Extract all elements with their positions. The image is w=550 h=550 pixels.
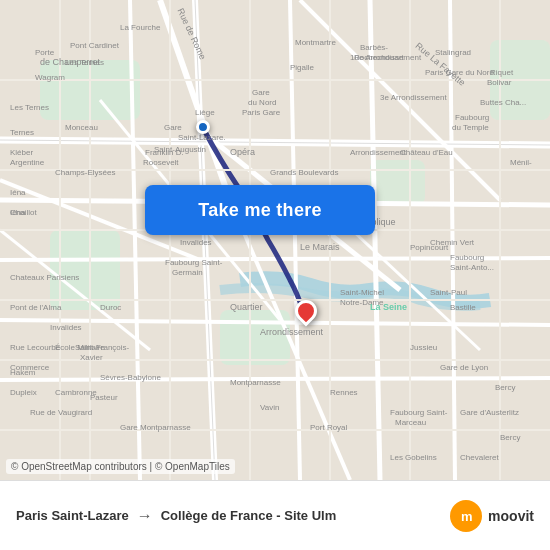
svg-text:Ternes: Ternes [10, 128, 34, 137]
svg-text:Quartier: Quartier [230, 302, 263, 312]
svg-text:du Nord: du Nord [248, 98, 276, 107]
take-me-there-button[interactable]: Take me there [145, 185, 375, 235]
svg-text:Monceau: Monceau [65, 123, 98, 132]
svg-text:Saint-Paul: Saint-Paul [430, 288, 467, 297]
svg-text:Cambronne: Cambronne [55, 388, 97, 397]
svg-text:Pigalle: Pigalle [290, 63, 315, 72]
svg-text:Gare: Gare [252, 88, 270, 97]
svg-text:Bercy: Bercy [495, 383, 515, 392]
svg-text:Arrondissement: Arrondissement [260, 327, 324, 337]
svg-text:Xavier: Xavier [80, 353, 103, 362]
destination-dot [290, 295, 321, 326]
svg-text:Duroc: Duroc [100, 303, 121, 312]
svg-text:Bercy: Bercy [500, 433, 520, 442]
footer: Paris Saint-Lazare → Collège de France -… [0, 480, 550, 550]
route-line: Paris Saint-Lazare → Collège de France -… [16, 507, 336, 525]
svg-text:Hakem: Hakem [10, 368, 36, 377]
svg-text:Château d'Eau: Château d'Eau [400, 148, 453, 157]
svg-text:Barbès-: Barbès- [360, 43, 388, 52]
take-me-there-label: Take me there [198, 200, 322, 221]
svg-text:Faubourg Saint-: Faubourg Saint- [390, 408, 448, 417]
moovit-icon: m [450, 500, 482, 532]
svg-rect-4 [370, 160, 425, 205]
destination-marker [295, 300, 317, 322]
map-container: Rue de Rome Rue La Fayette Opéra Grands … [0, 0, 550, 480]
svg-text:Arrondissement: Arrondissement [350, 148, 407, 157]
svg-text:Sèvres-Babylone: Sèvres-Babylone [100, 373, 161, 382]
svg-text:Gare de Lyon: Gare de Lyon [440, 363, 488, 372]
svg-text:Faubourg: Faubourg [450, 253, 484, 262]
svg-text:Gare Montparnasse: Gare Montparnasse [120, 423, 191, 432]
svg-text:m: m [461, 509, 473, 524]
svg-text:Rennes: Rennes [330, 388, 358, 397]
svg-text:Les Ternes: Les Ternes [10, 103, 49, 112]
svg-text:Pont Cardinet: Pont Cardinet [70, 41, 120, 50]
footer-route: Paris Saint-Lazare → Collège de France -… [16, 507, 336, 525]
svg-text:Germain: Germain [172, 268, 203, 277]
svg-text:Gare d'Austerlitz: Gare d'Austerlitz [460, 408, 519, 417]
svg-text:Porte: Porte [35, 48, 55, 57]
svg-text:Buttes Cha...: Buttes Cha... [480, 98, 526, 107]
route-to: Collège de France - Site Ulm [161, 508, 337, 523]
moovit-text: moovit [488, 508, 534, 524]
svg-text:de Champerret: de Champerret [40, 57, 101, 67]
moovit-svg: m [456, 506, 476, 526]
svg-text:Ménil-: Ménil- [510, 158, 532, 167]
svg-text:Chemin Vert: Chemin Vert [430, 238, 475, 247]
moovit-logo: m moovit [450, 500, 534, 532]
svg-text:Montmartre: Montmartre [295, 38, 336, 47]
route-arrow: → [137, 507, 153, 525]
svg-text:du Temple: du Temple [452, 123, 489, 132]
svg-text:Jussieu: Jussieu [410, 343, 437, 352]
svg-text:Argentine: Argentine [10, 158, 45, 167]
svg-text:Paris Gare: Paris Gare [242, 108, 281, 117]
svg-text:Saint-Anto...: Saint-Anto... [450, 263, 494, 272]
svg-text:Vavin: Vavin [260, 403, 279, 412]
svg-text:Bolivar: Bolivar [487, 78, 512, 87]
svg-text:Chevaleret: Chevaleret [460, 453, 499, 462]
svg-text:La Seine: La Seine [370, 302, 407, 312]
svg-text:Le Marais: Le Marais [300, 242, 340, 252]
svg-text:Roosevelt: Roosevelt [143, 158, 179, 167]
svg-text:Saint-Lazare.: Saint-Lazare. [178, 133, 226, 142]
svg-text:Bastille: Bastille [450, 303, 476, 312]
origin-dot [196, 120, 210, 134]
svg-text:Port Royal: Port Royal [310, 423, 348, 432]
svg-text:3e Arrondissement: 3e Arrondissement [380, 93, 447, 102]
origin-marker [196, 120, 210, 134]
svg-text:Iéna: Iéna [10, 208, 26, 217]
svg-text:Saint-François-: Saint-François- [75, 343, 130, 352]
svg-text:Invalides: Invalides [50, 323, 82, 332]
svg-text:Marceau: Marceau [395, 418, 426, 427]
svg-text:Iéna: Iéna [10, 188, 26, 197]
map-background: Rue de Rome Rue La Fayette Opéra Grands … [0, 0, 550, 480]
svg-text:Grands Boulevards: Grands Boulevards [270, 168, 338, 177]
svg-text:Rochechouart: Rochechouart [354, 53, 405, 62]
svg-text:Faubourg Saint-: Faubourg Saint- [165, 258, 223, 267]
svg-text:Champs-Elysées: Champs-Elysées [55, 168, 115, 177]
svg-text:Dupleix: Dupleix [10, 388, 37, 397]
svg-text:Wagram: Wagram [35, 73, 65, 82]
svg-text:Saint-Augustin: Saint-Augustin [154, 145, 206, 154]
svg-text:Chateaux Parisiens: Chateaux Parisiens [10, 273, 79, 282]
svg-text:Invalides: Invalides [180, 238, 212, 247]
svg-text:Montparnasse: Montparnasse [230, 378, 281, 387]
svg-text:Pont de l'Alma: Pont de l'Alma [10, 303, 62, 312]
svg-text:Liège: Liège [195, 108, 215, 117]
svg-text:Faubourg: Faubourg [455, 113, 489, 122]
route-from: Paris Saint-Lazare [16, 508, 129, 523]
svg-text:Les Gobelins: Les Gobelins [390, 453, 437, 462]
map-attribution: © OpenStreetMap contributors | © OpenMap… [6, 459, 235, 474]
svg-text:Gare: Gare [164, 123, 182, 132]
svg-text:La Fourche: La Fourche [120, 23, 161, 32]
svg-text:Opéra: Opéra [230, 147, 255, 157]
svg-text:Saint-Michel: Saint-Michel [340, 288, 384, 297]
svg-text:Rue de Vaugirard: Rue de Vaugirard [30, 408, 92, 417]
svg-text:Stalingrad: Stalingrad [435, 48, 471, 57]
svg-text:Rue Lecourbe: Rue Lecourbe [10, 343, 61, 352]
svg-text:Paris Gare du Nord: Paris Gare du Nord [425, 68, 494, 77]
svg-text:Kléber: Kléber [10, 148, 33, 157]
